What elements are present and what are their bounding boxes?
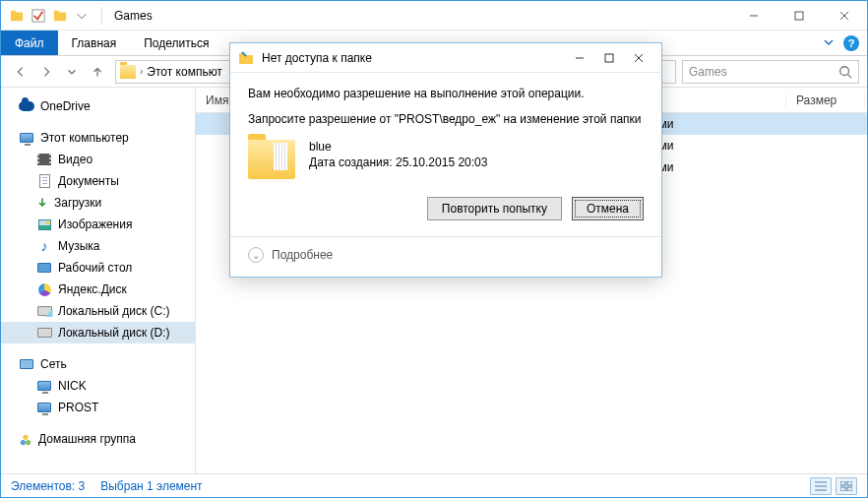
folder-icon-2 [52,8,68,24]
search-input[interactable]: Games [682,60,859,84]
dialog-message-1: Вам необходимо разрешение на выполнение … [248,87,644,100]
dialog-folder-name: blue [309,140,487,154]
svg-rect-24 [605,54,613,62]
nav-homegroup[interactable]: Домашняя группа [1,428,195,450]
folder-icon [9,8,25,24]
chevron-right-icon[interactable]: › [140,66,143,77]
dialog-folder-date: Дата создания: 25.10.2015 20:03 [309,156,487,169]
breadcrumb-segment[interactable]: Этот компьют [147,65,222,79]
desktop-icon [36,260,52,276]
nav-music[interactable]: ♪Музыка [1,235,195,257]
retry-button[interactable]: Повторить попытку [427,197,562,220]
qat [1,8,97,24]
network-icon [19,356,34,372]
film-icon [36,152,52,167]
picture-icon [36,217,52,232]
dialog-body: Вам необходимо разрешение на выполнение … [230,73,661,236]
search-placeholder: Games [689,65,727,79]
svg-point-11 [21,440,26,445]
nav-yandex[interactable]: Яндекс.Диск [1,279,195,300]
dialog-folder-info: blue Дата создания: 25.10.2015 20:03 [248,140,644,179]
nav-pane: OneDrive Этот компьютер Видео Документы … [1,88,196,473]
breadcrumb-folder-icon [120,65,136,79]
nav-downloads[interactable]: Загрузки [1,192,195,214]
folder-large-icon [248,140,295,179]
nav-network[interactable]: Сеть [1,353,195,375]
close-button[interactable] [822,1,867,31]
svg-rect-0 [11,12,23,21]
access-denied-dialog: Нет доступа к папке Вам необходимо разре… [229,42,662,278]
drive-icon [36,303,52,319]
help-icon[interactable]: ? [843,35,859,51]
svg-rect-20 [847,487,852,491]
dialog-buttons: Повторить попытку Отмена [248,197,644,220]
qat-dropdown-icon[interactable] [74,8,90,24]
homegroup-icon [19,432,32,446]
document-icon [36,173,52,189]
view-icons-button[interactable] [836,477,857,495]
chevron-down-icon: ⌄ [248,247,264,263]
nav-documents[interactable]: Документы [1,170,195,192]
view-details-button[interactable] [810,477,832,495]
monitor-icon [36,400,52,415]
svg-point-12 [26,440,31,445]
nav-up-button[interactable] [86,60,109,84]
svg-point-13 [23,435,28,440]
cancel-button[interactable]: Отмена [572,197,644,220]
svg-rect-3 [54,12,66,21]
ribbon-tab-home[interactable]: Главная [58,31,131,55]
svg-rect-17 [840,481,845,485]
maximize-button[interactable] [776,1,822,31]
col-size[interactable]: Размер [786,93,865,107]
minimize-button[interactable] [731,1,776,31]
status-count: Элементов: 3 [11,479,85,493]
dialog-details-toggle[interactable]: ⌄ Подробнее [230,236,661,277]
title-bar: Games [1,1,867,31]
status-bar: Элементов: 3 Выбран 1 элемент [1,473,867,497]
nav-network-nick[interactable]: NICK [1,375,195,397]
svg-rect-21 [239,55,253,64]
nav-forward-button[interactable] [34,60,58,84]
window-title: Games [106,9,153,23]
nav-history-icon[interactable] [60,60,84,84]
dialog-title-bar: Нет доступа к папке [230,43,661,73]
dialog-close-button[interactable] [624,46,653,70]
nav-desktop[interactable]: Рабочий стол [1,257,195,279]
nav-network-prost[interactable]: PROST [1,397,195,418]
nav-back-button[interactable] [9,60,32,84]
nav-videos[interactable]: Видео [1,149,195,170]
checkbox-icon[interactable] [31,8,46,24]
ribbon-tab-file[interactable]: Файл [1,31,58,55]
drive-icon [36,325,52,341]
svg-rect-6 [795,12,803,20]
dialog-maximize-button[interactable] [594,46,624,70]
svg-line-10 [848,74,852,78]
yandex-disk-icon [36,281,52,297]
svg-rect-18 [847,481,852,485]
nav-drive-d[interactable]: Локальный диск (D:) [1,322,195,343]
svg-rect-19 [840,487,845,491]
dialog-minimize-button[interactable] [565,46,594,70]
monitor-icon [36,378,52,394]
dialog-more-label: Подробнее [272,248,333,262]
svg-point-9 [840,66,849,75]
window-controls [731,1,867,31]
nav-thispc[interactable]: Этот компьютер [1,127,195,149]
status-selection: Выбран 1 элемент [100,479,202,493]
cloud-icon [19,98,34,114]
download-icon [36,197,48,209]
dialog-title: Нет доступа к папке [262,51,372,65]
search-icon [838,65,852,79]
explorer-window: Games Файл Главная Поделиться ? › Этот к… [0,0,868,498]
nav-drive-c[interactable]: Локальный диск (C:) [1,300,195,322]
dialog-message-2: Запросите разрешение от "PROST\ведро_еж"… [248,112,644,126]
dialog-folder-icon [238,50,254,66]
svg-rect-4 [54,10,59,13]
monitor-icon [19,130,34,146]
svg-rect-1 [11,10,16,13]
ribbon-tab-share[interactable]: Поделиться [130,31,222,55]
nav-pictures[interactable]: Изображения [1,214,195,235]
music-icon: ♪ [36,238,52,254]
nav-onedrive[interactable]: OneDrive [1,95,195,117]
ribbon-expand-icon[interactable] [824,36,834,50]
